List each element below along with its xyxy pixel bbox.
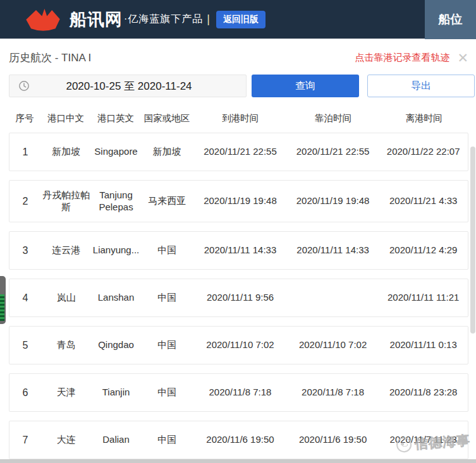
cell-seq: 1: [9, 146, 41, 159]
cell-berth: 2020/11/6 19:50: [287, 434, 379, 446]
cell-seq: 3: [9, 244, 41, 257]
cell-departure: 2020/11/21 4:33: [379, 195, 468, 207]
cell-arrival: 2020/11/19 19:48: [193, 195, 287, 207]
cell-seq: 4: [9, 292, 41, 304]
col-header-seq: 序号: [9, 112, 40, 124]
cell-country: 中国: [140, 339, 193, 351]
col-header-departure: 离港时间: [379, 112, 468, 124]
cell-seq: 5: [9, 339, 41, 352]
cell-port-en: Qingdao: [92, 339, 141, 351]
vertical-scrollbar-thumb[interactable]: [470, 147, 475, 334]
cell-country: 中国: [140, 244, 193, 256]
table-row[interactable]: 1 新加坡 Singapore 新加坡 2020/11/21 22:55 202…: [9, 133, 468, 171]
cell-arrival: 2020/11/21 22:55: [193, 146, 287, 158]
query-button[interactable]: 查询: [252, 75, 359, 97]
shipxy-logo-icon: [23, 6, 63, 33]
cell-port-cn: 岚山: [41, 292, 92, 304]
table-row[interactable]: 5 青岛 Qingdao 中国 2020/11/10 7:02 2020/11/…: [9, 326, 468, 364]
cell-arrival: 2020/11/11 14:33: [193, 244, 287, 256]
tab-ship-position[interactable]: 船位: [425, 0, 476, 39]
separator-pipe: |: [207, 13, 210, 26]
cell-departure: 2020/11/11 0:13: [379, 339, 468, 351]
table-header-row: 序号 港口中文 港口英文 国家或地区 到港时间 靠泊时间 离港时间: [9, 112, 468, 124]
cell-berth: 2020/11/11 14:33: [287, 244, 379, 256]
cell-port-cn: 新加坡: [41, 146, 92, 158]
page-title: 历史航次 - TINA I: [9, 51, 91, 65]
cell-port-en: Tianjin: [92, 387, 141, 399]
cell-country: 中国: [140, 292, 193, 304]
table-row[interactable]: 7 大连 Dalian 中国 2020/11/6 19:50 2020/11/6…: [9, 421, 468, 459]
date-range-value: 2020-10-25 至 2020-11-24: [30, 79, 246, 93]
cell-departure: 2020/11/11 11:21: [379, 292, 468, 304]
col-header-port-en: 港口英文: [91, 112, 140, 124]
close-icon[interactable]: ✕: [457, 51, 468, 64]
horizontal-scrollbar[interactable]: [0, 459, 476, 463]
table-row[interactable]: 3 连云港 Lianyung... 中国 2020/11/11 14:33 20…: [9, 231, 468, 270]
handle-stripes: [0, 294, 4, 321]
top-navigation-bar: 船讯网 ·亿海蓝旗下产品 | 返回旧版 船位: [0, 0, 476, 39]
date-range-input[interactable]: 2020-10-25 至 2020-11-24: [9, 75, 247, 97]
col-header-arrival: 到港时间: [193, 112, 287, 124]
browser-extension-handle[interactable]: [0, 276, 6, 324]
cell-port-en: Singapore: [92, 146, 141, 158]
col-header-berth: 靠泊时间: [287, 112, 379, 124]
cell-departure: 2020/11/8 23:28: [379, 387, 468, 399]
cell-arrival: 2020/11/11 9:56: [193, 292, 287, 304]
cell-seq: 6: [9, 387, 41, 399]
panel-header: 历史航次 - TINA I 点击靠港记录查看轨迹 ✕: [9, 51, 468, 65]
cell-port-cn: 天津: [41, 387, 92, 399]
col-header-country: 国家或地区: [140, 112, 193, 124]
cell-country: 马来西亚: [140, 195, 193, 207]
cell-arrival: 2020/11/8 7:18: [193, 387, 287, 399]
table-row[interactable]: 6 天津 Tianjin 中国 2020/11/8 7:18 2020/11/8…: [9, 373, 468, 412]
cell-seq: 7: [9, 434, 41, 447]
brand-name: 船讯网: [70, 8, 123, 31]
view-track-hint-link[interactable]: 点击靠港记录查看轨迹: [355, 52, 449, 64]
table-row[interactable]: 2 丹戎帕拉帕斯 Tanjung Pelepas 马来西亚 2020/11/19…: [9, 180, 468, 222]
cell-country: 新加坡: [140, 146, 193, 158]
cell-port-cn: 丹戎帕拉帕斯: [41, 189, 92, 213]
cell-port-cn: 连云港: [41, 244, 92, 256]
cell-arrival: 2020/11/6 19:50: [193, 434, 287, 446]
cell-country: 中国: [140, 387, 193, 399]
cell-country: 中国: [140, 434, 193, 446]
export-button[interactable]: 导出: [367, 75, 475, 97]
cell-seq: 2: [9, 195, 41, 208]
table-row[interactable]: 4 岚山 Lanshan 中国 2020/11/11 9:56 2020/11/…: [9, 279, 468, 317]
cell-berth: 2020/11/8 7:18: [287, 387, 379, 399]
cell-departure: 2020/11/7 11:23: [379, 434, 468, 446]
clock-icon: [18, 80, 30, 92]
query-toolbar: 2020-10-25 至 2020-11-24 查询 导出: [9, 75, 476, 97]
cell-berth: 2020/11/10 7:02: [287, 339, 379, 351]
cell-arrival: 2020/11/10 7:02: [193, 339, 287, 351]
cell-port-cn: 青岛: [41, 339, 92, 351]
cell-port-cn: 大连: [41, 434, 92, 446]
cell-port-en: Lianyung...: [92, 244, 141, 256]
cell-port-en: Tanjung Pelepas: [92, 189, 141, 213]
cell-departure: 2020/11/22 22:07: [379, 146, 468, 158]
cell-berth: 2020/11/19 19:48: [287, 195, 379, 207]
cell-port-en: Lanshan: [92, 292, 141, 304]
brand-subtitle: ·亿海蓝旗下产品: [124, 13, 203, 26]
cell-departure: 2020/11/12 4:29: [379, 244, 468, 256]
back-to-old-version-button[interactable]: 返回旧版: [216, 11, 265, 28]
cell-berth: 2020/11/21 22:55: [287, 146, 379, 158]
cell-port-en: Dalian: [92, 434, 141, 446]
col-header-port-cn: 港口中文: [40, 112, 91, 124]
